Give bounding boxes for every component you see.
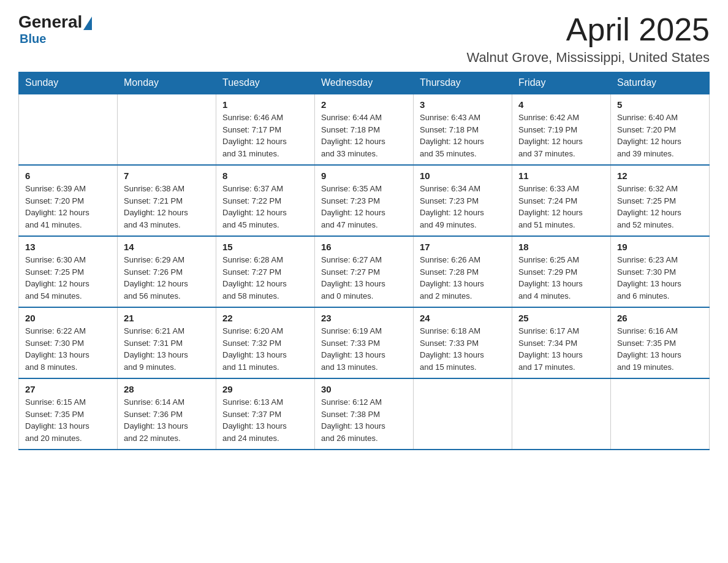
title-block: April 2025 Walnut Grove, Mississippi, Un… <box>466 12 710 66</box>
day-number: 20 <box>25 313 111 323</box>
calendar-cell: 14Sunrise: 6:29 AM Sunset: 7:26 PM Dayli… <box>118 236 216 307</box>
calendar-cell: 1Sunrise: 6:46 AM Sunset: 7:17 PM Daylig… <box>216 94 315 165</box>
day-info: Sunrise: 6:19 AM Sunset: 7:33 PM Dayligh… <box>321 325 407 373</box>
calendar-cell: 26Sunrise: 6:16 AM Sunset: 7:35 PM Dayli… <box>611 307 710 378</box>
day-number: 27 <box>25 384 111 394</box>
day-info: Sunrise: 6:39 AM Sunset: 7:20 PM Dayligh… <box>25 183 111 231</box>
logo-triangle-icon <box>83 17 92 30</box>
day-number: 11 <box>518 170 604 181</box>
weekday-header-wednesday: Wednesday <box>315 72 414 94</box>
calendar-cell <box>611 378 710 450</box>
day-number: 1 <box>222 99 308 110</box>
day-info: Sunrise: 6:27 AM Sunset: 7:27 PM Dayligh… <box>321 254 407 302</box>
calendar-cell: 17Sunrise: 6:26 AM Sunset: 7:28 PM Dayli… <box>414 236 512 307</box>
calendar-cell: 15Sunrise: 6:28 AM Sunset: 7:27 PM Dayli… <box>216 236 315 307</box>
calendar-header: SundayMondayTuesdayWednesdayThursdayFrid… <box>19 72 710 94</box>
location-title: Walnut Grove, Mississippi, United States <box>466 50 710 66</box>
logo-blue-text: Blue <box>20 32 92 46</box>
calendar-cell: 18Sunrise: 6:25 AM Sunset: 7:29 PM Dayli… <box>512 236 611 307</box>
calendar-cell: 7Sunrise: 6:38 AM Sunset: 7:21 PM Daylig… <box>118 165 216 236</box>
calendar-week-row: 20Sunrise: 6:22 AM Sunset: 7:30 PM Dayli… <box>19 307 710 378</box>
calendar-cell <box>414 378 512 450</box>
calendar-cell: 16Sunrise: 6:27 AM Sunset: 7:27 PM Dayli… <box>315 236 414 307</box>
day-number: 16 <box>321 242 407 252</box>
day-number: 26 <box>617 313 703 323</box>
calendar-cell: 9Sunrise: 6:35 AM Sunset: 7:23 PM Daylig… <box>315 165 414 236</box>
day-info: Sunrise: 6:25 AM Sunset: 7:29 PM Dayligh… <box>518 254 604 302</box>
day-number: 14 <box>124 242 210 252</box>
day-info: Sunrise: 6:37 AM Sunset: 7:22 PM Dayligh… <box>222 183 308 231</box>
day-info: Sunrise: 6:34 AM Sunset: 7:23 PM Dayligh… <box>420 183 506 231</box>
weekday-header-sunday: Sunday <box>19 72 118 94</box>
day-info: Sunrise: 6:44 AM Sunset: 7:18 PM Dayligh… <box>321 112 407 159</box>
day-number: 21 <box>124 313 210 323</box>
day-number: 22 <box>222 313 308 323</box>
calendar-cell: 30Sunrise: 6:12 AM Sunset: 7:38 PM Dayli… <box>315 378 414 450</box>
calendar-cell <box>118 94 216 165</box>
calendar-table: SundayMondayTuesdayWednesdayThursdayFrid… <box>18 72 710 450</box>
day-info: Sunrise: 6:17 AM Sunset: 7:34 PM Dayligh… <box>518 325 604 373</box>
day-info: Sunrise: 6:38 AM Sunset: 7:21 PM Dayligh… <box>124 183 210 231</box>
day-info: Sunrise: 6:23 AM Sunset: 7:30 PM Dayligh… <box>617 254 703 302</box>
day-info: Sunrise: 6:42 AM Sunset: 7:19 PM Dayligh… <box>518 112 604 159</box>
day-info: Sunrise: 6:12 AM Sunset: 7:38 PM Dayligh… <box>321 396 407 444</box>
calendar-cell: 5Sunrise: 6:40 AM Sunset: 7:20 PM Daylig… <box>611 94 710 165</box>
weekday-header-thursday: Thursday <box>414 72 512 94</box>
day-number: 6 <box>25 170 111 181</box>
calendar-cell: 8Sunrise: 6:37 AM Sunset: 7:22 PM Daylig… <box>216 165 315 236</box>
day-number: 5 <box>617 99 703 110</box>
day-number: 17 <box>420 242 506 252</box>
day-info: Sunrise: 6:40 AM Sunset: 7:20 PM Dayligh… <box>617 112 703 159</box>
weekday-header-monday: Monday <box>118 72 216 94</box>
calendar-cell: 23Sunrise: 6:19 AM Sunset: 7:33 PM Dayli… <box>315 307 414 378</box>
day-info: Sunrise: 6:20 AM Sunset: 7:32 PM Dayligh… <box>222 325 308 373</box>
calendar-cell: 21Sunrise: 6:21 AM Sunset: 7:31 PM Dayli… <box>118 307 216 378</box>
calendar-week-row: 27Sunrise: 6:15 AM Sunset: 7:35 PM Dayli… <box>19 378 710 450</box>
calendar-cell: 25Sunrise: 6:17 AM Sunset: 7:34 PM Dayli… <box>512 307 611 378</box>
calendar-cell: 4Sunrise: 6:42 AM Sunset: 7:19 PM Daylig… <box>512 94 611 165</box>
calendar-cell <box>512 378 611 450</box>
day-info: Sunrise: 6:43 AM Sunset: 7:18 PM Dayligh… <box>420 112 506 159</box>
calendar-week-row: 1Sunrise: 6:46 AM Sunset: 7:17 PM Daylig… <box>19 94 710 165</box>
calendar-cell: 2Sunrise: 6:44 AM Sunset: 7:18 PM Daylig… <box>315 94 414 165</box>
day-number: 28 <box>124 384 210 394</box>
day-info: Sunrise: 6:35 AM Sunset: 7:23 PM Dayligh… <box>321 183 407 231</box>
calendar-cell: 6Sunrise: 6:39 AM Sunset: 7:20 PM Daylig… <box>19 165 118 236</box>
calendar-cell: 19Sunrise: 6:23 AM Sunset: 7:30 PM Dayli… <box>611 236 710 307</box>
calendar-cell: 12Sunrise: 6:32 AM Sunset: 7:25 PM Dayli… <box>611 165 710 236</box>
weekday-header-saturday: Saturday <box>611 72 710 94</box>
calendar-cell: 3Sunrise: 6:43 AM Sunset: 7:18 PM Daylig… <box>414 94 512 165</box>
calendar-cell: 10Sunrise: 6:34 AM Sunset: 7:23 PM Dayli… <box>414 165 512 236</box>
day-info: Sunrise: 6:33 AM Sunset: 7:24 PM Dayligh… <box>518 183 604 231</box>
day-info: Sunrise: 6:16 AM Sunset: 7:35 PM Dayligh… <box>617 325 703 373</box>
day-number: 4 <box>518 99 604 110</box>
logo-general-text: General <box>18 12 82 32</box>
weekday-header-friday: Friday <box>512 72 611 94</box>
day-number: 12 <box>617 170 703 181</box>
calendar-cell: 22Sunrise: 6:20 AM Sunset: 7:32 PM Dayli… <box>216 307 315 378</box>
calendar-cell: 27Sunrise: 6:15 AM Sunset: 7:35 PM Dayli… <box>19 378 118 450</box>
day-info: Sunrise: 6:26 AM Sunset: 7:28 PM Dayligh… <box>420 254 506 302</box>
day-info: Sunrise: 6:46 AM Sunset: 7:17 PM Dayligh… <box>222 112 308 159</box>
weekday-header-tuesday: Tuesday <box>216 72 315 94</box>
day-info: Sunrise: 6:14 AM Sunset: 7:36 PM Dayligh… <box>124 396 210 444</box>
day-number: 25 <box>518 313 604 323</box>
calendar-cell: 13Sunrise: 6:30 AM Sunset: 7:25 PM Dayli… <box>19 236 118 307</box>
day-info: Sunrise: 6:18 AM Sunset: 7:33 PM Dayligh… <box>420 325 506 373</box>
calendar-cell: 11Sunrise: 6:33 AM Sunset: 7:24 PM Dayli… <box>512 165 611 236</box>
day-number: 23 <box>321 313 407 323</box>
day-number: 13 <box>25 242 111 252</box>
day-number: 18 <box>518 242 604 252</box>
day-number: 3 <box>420 99 506 110</box>
day-info: Sunrise: 6:28 AM Sunset: 7:27 PM Dayligh… <box>222 254 308 302</box>
day-number: 8 <box>222 170 308 181</box>
day-number: 30 <box>321 384 407 394</box>
day-number: 9 <box>321 170 407 181</box>
day-number: 19 <box>617 242 703 252</box>
day-number: 2 <box>321 99 407 110</box>
day-number: 7 <box>124 170 210 181</box>
day-info: Sunrise: 6:15 AM Sunset: 7:35 PM Dayligh… <box>25 396 111 444</box>
calendar-week-row: 13Sunrise: 6:30 AM Sunset: 7:25 PM Dayli… <box>19 236 710 307</box>
weekday-header-row: SundayMondayTuesdayWednesdayThursdayFrid… <box>19 72 710 94</box>
day-number: 24 <box>420 313 506 323</box>
